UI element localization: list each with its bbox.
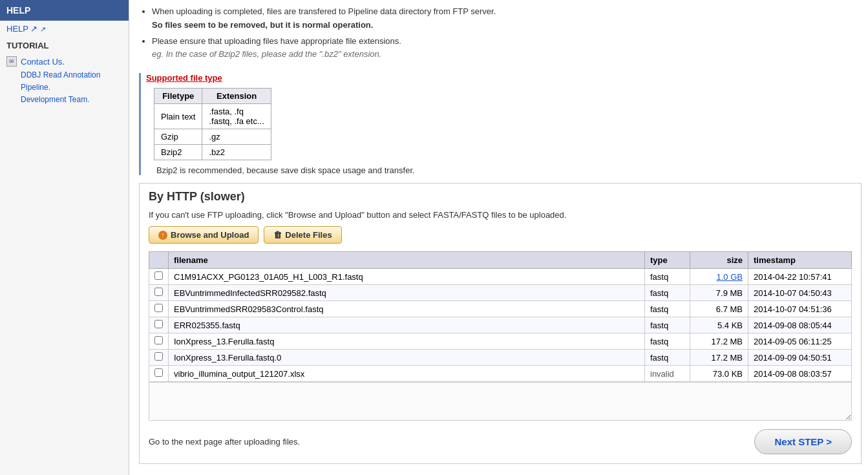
notice-section: When uploading is completed, files are t… <box>139 0 862 68</box>
table-row: C1M91ACXX_PG0123_01A05_H1_L003_R1.fastqf… <box>149 269 852 285</box>
row-type: fastq <box>645 317 690 333</box>
col-size-header: size <box>690 252 748 269</box>
row-filename: C1M91ACXX_PG0123_01A05_H1_L003_R1.fastq <box>169 269 645 285</box>
row-filename: EBVuntrimmedInfectedSRR029582.fastq <box>169 285 645 301</box>
row-filename: IonXpress_13.Ferulla.fastq.0 <box>169 350 645 366</box>
trash-icon: 🗑 <box>273 230 282 240</box>
notes-textarea[interactable] <box>149 382 852 421</box>
row-size: 73.0 KB <box>690 366 748 382</box>
row-checkbox-cell <box>149 301 169 317</box>
row-size: 7.9 MB <box>690 285 748 301</box>
http-title: By HTTP (slower) <box>149 190 852 204</box>
row-size: 5.4 KB <box>690 317 748 333</box>
table-row: IonXpress_13.Ferulla.fastq.0fastq17.2 MB… <box>149 350 852 366</box>
row-type: fastq <box>645 269 690 285</box>
next-step-button[interactable]: Next STEP > <box>754 429 852 454</box>
row-checkbox[interactable] <box>154 271 163 280</box>
supported-file-type-section: Supported file type Filetype Extension P… <box>139 73 862 175</box>
row-type: invalid <box>645 366 690 382</box>
row-checkbox[interactable] <box>154 336 163 344</box>
row-checkbox-cell <box>149 285 169 301</box>
row-checkbox[interactable] <box>154 352 163 361</box>
row-size: 6.7 MB <box>690 301 748 317</box>
col-filename-header: filename <box>169 252 645 269</box>
row-filename: ERR025355.fastq <box>169 317 645 333</box>
file-type-note: Bzip2 is recommended, because save disk … <box>156 165 862 175</box>
files-table: filename type size timestamp C1M91ACXX_P… <box>149 251 852 382</box>
col-check-header <box>149 252 169 269</box>
notice-line3: Please ensure that uploading files have … <box>152 36 401 46</box>
sidebar-contact-section: ✉ Contact Us. DDBJ Read Annotation Pipel… <box>0 52 129 109</box>
sidebar-help-label: HELP <box>6 5 30 16</box>
main-content: When uploading is completed, files are t… <box>129 0 868 475</box>
sidebar-ddbj-link[interactable]: DDBJ Read Annotation <box>21 69 100 81</box>
row-checkbox[interactable] <box>154 304 163 312</box>
filetype-row-bzip2: Bzip2 .bz2 <box>154 145 271 160</box>
col-type-header: type <box>645 252 690 269</box>
row-size-link[interactable]: 1.0 GB <box>717 272 743 282</box>
row-checkbox[interactable] <box>154 368 163 377</box>
row-size: 1.0 GB <box>690 269 748 285</box>
row-filename: vibrio_illumina_output_121207.xlsx <box>169 366 645 382</box>
col-filetype-header: Filetype <box>154 89 202 104</box>
row-checkbox-cell <box>149 317 169 333</box>
row-timestamp: 2014-10-07 04:50:43 <box>748 285 852 301</box>
row-timestamp: 2014-09-09 04:50:51 <box>748 350 852 366</box>
row-checkbox-cell <box>149 333 169 350</box>
table-row: EBVuntrimmedInfectedSRR029582.fastqfastq… <box>149 285 852 301</box>
delete-files-button[interactable]: 🗑 Delete Files <box>264 226 341 244</box>
notice-line1: When uploading is completed, files are t… <box>152 6 496 16</box>
row-timestamp: 2014-04-22 10:57:41 <box>748 269 852 285</box>
row-filename: EBVuntrimmedSRR029583Control.fastq <box>169 301 645 317</box>
supported-file-toggle[interactable]: Supported file type <box>146 73 222 83</box>
row-size: 17.2 MB <box>690 350 748 366</box>
row-type: fastq <box>645 333 690 350</box>
table-row: vibrio_illumina_output_121207.xlsxinvali… <box>149 366 852 382</box>
sidebar-pipeline-link[interactable]: Pipeline. <box>21 81 100 94</box>
table-row: ERR025355.fastqfastq5.4 KB2014-09-08 08:… <box>149 317 852 333</box>
row-checkbox[interactable] <box>154 320 163 328</box>
footer-row: Go to the next page after uploading file… <box>149 429 852 454</box>
sidebar-help-header: HELP <box>0 0 129 21</box>
row-filename: IonXpress_13.Ferulla.fastq <box>169 333 645 350</box>
row-timestamp: 2014-09-08 08:03:57 <box>748 366 852 382</box>
http-description: If you can't use FTP uploading, click "B… <box>149 210 852 220</box>
row-checkbox[interactable] <box>154 288 163 296</box>
row-timestamp: 2014-10-07 04:51:36 <box>748 301 852 317</box>
row-checkbox-cell <box>149 269 169 285</box>
row-type: fastq <box>645 350 690 366</box>
row-size: 17.2 MB <box>690 333 748 350</box>
upload-icon: ↑ <box>158 231 167 240</box>
http-section: By HTTP (slower) If you can't use FTP up… <box>139 183 862 464</box>
row-checkbox-cell <box>149 350 169 366</box>
sidebar-item-help[interactable]: HELP ↗ <box>0 21 129 37</box>
file-type-table: Filetype Extension Plain text .fasta, .f… <box>154 88 271 160</box>
file-type-table-section: Filetype Extension Plain text .fasta, .f… <box>154 88 862 175</box>
row-timestamp: 2014-09-08 08:05:44 <box>748 317 852 333</box>
footer-note: Go to the next page after uploading file… <box>149 437 300 447</box>
filetype-row-plaintext: Plain text .fasta, .fq.fastq, .fa etc... <box>154 104 271 129</box>
filetype-row-gzip: Gzip .gz <box>154 129 271 145</box>
row-type: fastq <box>645 285 690 301</box>
contact-icon: ✉ <box>6 56 17 67</box>
col-timestamp-header: timestamp <box>748 252 852 269</box>
sidebar: HELP HELP ↗ TUTORIAL ✉ Contact Us. DDBJ … <box>0 0 129 475</box>
row-checkbox-cell <box>149 366 169 382</box>
action-buttons: ↑ Browse and Upload 🗑 Delete Files <box>149 226 852 244</box>
row-timestamp: 2014-09-05 06:11:25 <box>748 333 852 350</box>
notice-line3-italic: eg. In the case of Bzip2 files, please a… <box>152 49 381 59</box>
notice-line2: So files seem to be removed, but it is n… <box>152 20 373 30</box>
col-extension-header: Extension <box>202 89 271 104</box>
row-type: fastq <box>645 301 690 317</box>
sidebar-contact-links: Contact Us. DDBJ Read Annotation Pipelin… <box>21 56 100 106</box>
sidebar-contact-us[interactable]: Contact Us. <box>21 56 100 69</box>
table-row: EBVuntrimmedSRR029583Control.fastqfastq6… <box>149 301 852 317</box>
browse-upload-button[interactable]: ↑ Browse and Upload <box>149 226 259 244</box>
sidebar-dev-link[interactable]: Development Team. <box>21 94 100 106</box>
sidebar-tutorial-label: TUTORIAL <box>0 37 129 52</box>
table-row: IonXpress_13.Ferulla.fastqfastq17.2 MB20… <box>149 333 852 350</box>
